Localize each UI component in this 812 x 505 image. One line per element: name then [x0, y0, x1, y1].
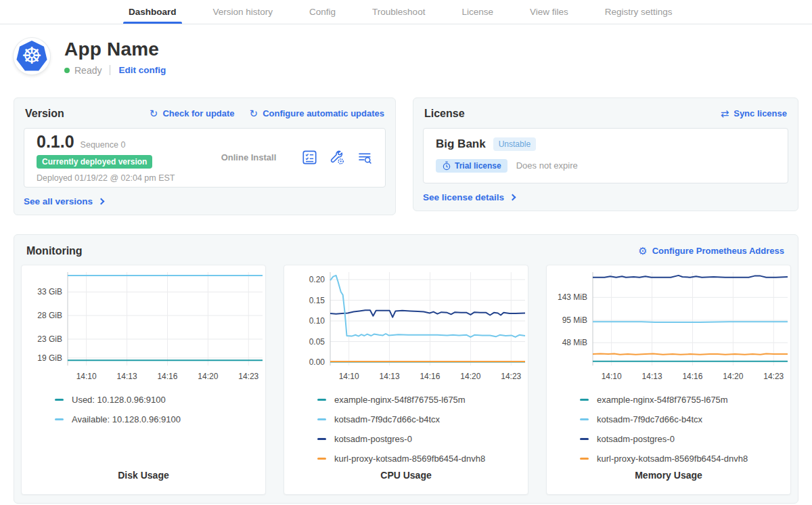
- legend-label: kurl-proxy-kotsadm-8569fb6454-dnvh8: [334, 454, 485, 464]
- memory-usage-plot: 143 MiB95 MiB48 MiB14:1014:1314:1614:201…: [547, 265, 791, 385]
- chevron-right-icon: [510, 194, 516, 200]
- cpu-usage-plot: 0.200.150.100.050.0014:1014:1314:1614:20…: [284, 265, 528, 385]
- legend-dash-icon: [580, 438, 589, 440]
- legend-label: kotsadm-postgres-0: [334, 434, 412, 444]
- license-type-badge: Trial license: [436, 159, 508, 173]
- legend-item: Available: 10.128.0.96:9100: [55, 410, 265, 429]
- legend-item: kotsadm-7f9dc7d66c-b4tcx: [580, 410, 790, 429]
- chart-title: Disk Usage: [22, 470, 265, 494]
- version-card-title: Version: [25, 108, 64, 120]
- chart-title: Memory Usage: [547, 470, 790, 494]
- legend-dash-icon: [317, 438, 326, 440]
- svg-text:0.05: 0.05: [309, 336, 325, 346]
- configure-automatic-updates-label: Configure automatic updates: [263, 108, 384, 118]
- legend-item: Used: 10.128.0.96:9100: [55, 390, 265, 410]
- legend-item: kurl-proxy-kotsadm-8569fb6454-dnvh8: [317, 449, 528, 468]
- tab-registry-settings[interactable]: Registry settings: [600, 0, 678, 24]
- kubernetes-wheel-icon: ☸: [22, 44, 42, 67]
- svg-text:14:10: 14:10: [76, 372, 97, 381]
- legend-label: Used: 10.128.0.96:9100: [72, 395, 166, 405]
- current-version-row: 0.1.0 Sequence 0 Currently deployed vers…: [24, 128, 386, 188]
- preflight-checks-icon[interactable]: [302, 150, 317, 165]
- stopwatch-icon: [442, 161, 451, 171]
- check-for-update-link[interactable]: ↻ Check for update: [150, 108, 235, 118]
- divider: [110, 65, 110, 75]
- configure-automatic-updates-link[interactable]: ↻ Configure automatic updates: [250, 108, 384, 118]
- disk-usage-plot: 33 GiB28 GiB23 GiB19 GiB14:1014:1314:161…: [22, 265, 266, 385]
- nav-tabs: DashboardVersion historyConfigTroublesho…: [110, 0, 812, 24]
- version-number: 0.1.0: [37, 132, 74, 152]
- license-expiry: Does not expire: [516, 160, 578, 171]
- legend-label: example-nginx-54f8f76755-l675m: [597, 395, 728, 405]
- see-license-details-link[interactable]: See license details: [423, 192, 515, 202]
- sync-license-label: Sync license: [734, 108, 787, 118]
- legend-dash-icon: [580, 418, 589, 420]
- svg-text:14:20: 14:20: [198, 372, 218, 381]
- svg-text:0.15: 0.15: [309, 295, 325, 305]
- license-card-title: License: [424, 108, 465, 120]
- configure-prometheus-link[interactable]: ⚙ Configure Prometheus Address: [638, 246, 784, 256]
- app-status: Ready: [74, 65, 102, 76]
- legend-label: kurl-proxy-kotsadm-8569fb6454-dnvh8: [597, 454, 748, 464]
- tab-license[interactable]: License: [456, 0, 499, 24]
- edit-config-values-icon[interactable]: [329, 150, 345, 165]
- legend-label: kotsadm-postgres-0: [597, 434, 675, 444]
- status-dot-icon: [64, 68, 70, 73]
- tab-dashboard[interactable]: Dashboard: [123, 0, 182, 24]
- legend-item: kotsadm-postgres-0: [317, 429, 528, 449]
- disk-usage-legend: Used: 10.128.0.96:9100Available: 10.128.…: [55, 390, 265, 429]
- svg-text:33 GiB: 33 GiB: [37, 287, 62, 297]
- install-type-label: Online Install: [196, 152, 302, 162]
- svg-text:14:10: 14:10: [602, 372, 622, 381]
- deploy-logs-icon[interactable]: [357, 150, 373, 165]
- legend-dash-icon: [317, 418, 326, 420]
- svg-text:14:16: 14:16: [420, 372, 440, 381]
- legend-item: kurl-proxy-kotsadm-8569fb6454-dnvh8: [580, 449, 790, 468]
- tab-troubleshoot[interactable]: Troubleshoot: [367, 0, 430, 24]
- sync-arrows-icon: ⇄: [721, 108, 729, 118]
- edit-config-link[interactable]: Edit config: [118, 65, 166, 75]
- legend-label: kotsadm-7f9dc7d66c-b4tcx: [334, 414, 440, 424]
- channel-badge: Unstable: [493, 137, 536, 151]
- memory-usage-chart-card: 143 MiB95 MiB48 MiB14:1014:1314:1614:201…: [546, 265, 791, 495]
- svg-text:14:16: 14:16: [157, 372, 177, 381]
- top-nav: DashboardVersion historyConfigTroublesho…: [0, 0, 812, 24]
- customer-name: Big Bank: [436, 137, 486, 151]
- svg-text:143 MiB: 143 MiB: [558, 292, 587, 302]
- sync-license-link[interactable]: ⇄ Sync license: [721, 108, 787, 118]
- tab-config[interactable]: Config: [304, 0, 341, 24]
- deployed-status-badge: Currently deployed version: [37, 155, 152, 169]
- version-card: Version ↻ Check for update ↻ Configure a…: [14, 97, 396, 215]
- svg-text:14:23: 14:23: [238, 372, 258, 381]
- memory-usage-legend: example-nginx-54f8f76755-l675mkotsadm-7f…: [580, 390, 790, 468]
- legend-dash-icon: [55, 418, 64, 420]
- tab-view-files[interactable]: View files: [524, 0, 574, 24]
- svg-text:14:10: 14:10: [339, 372, 359, 381]
- svg-text:23 GiB: 23 GiB: [37, 334, 62, 344]
- legend-label: kotsadm-7f9dc7d66c-b4tcx: [597, 414, 702, 424]
- legend-label: Available: 10.128.0.96:9100: [72, 414, 181, 424]
- legend-dash-icon: [580, 399, 589, 401]
- legend-dash-icon: [55, 399, 64, 401]
- legend-dash-icon: [317, 458, 326, 460]
- svg-text:14:20: 14:20: [460, 372, 480, 381]
- svg-text:0.10: 0.10: [309, 316, 325, 326]
- license-card: License ⇄ Sync license Big Bank Unstable: [413, 97, 798, 211]
- svg-text:0.00: 0.00: [309, 357, 325, 367]
- legend-dash-icon: [580, 458, 589, 460]
- monitoring-title: Monitoring: [26, 245, 83, 257]
- legend-label: example-nginx-54f8f76755-l675m: [334, 395, 466, 405]
- refresh-clock-icon: ↻: [250, 108, 258, 118]
- see-all-versions-label: See all versions: [24, 196, 93, 206]
- cpu-usage-chart-card: 0.200.150.100.050.0014:1014:1314:1614:20…: [284, 265, 528, 495]
- tab-version-history[interactable]: Version history: [208, 0, 279, 24]
- svg-text:95 MiB: 95 MiB: [562, 315, 587, 325]
- svg-text:14:13: 14:13: [642, 372, 662, 381]
- cpu-usage-legend: example-nginx-54f8f76755-l675mkotsadm-7f…: [317, 390, 528, 468]
- legend-item: kotsadm-7f9dc7d66c-b4tcx: [317, 410, 528, 429]
- legend-item: example-nginx-54f8f76755-l675m: [317, 390, 528, 410]
- chart-title: CPU Usage: [284, 470, 528, 494]
- see-all-versions-link[interactable]: See all versions: [24, 196, 104, 206]
- svg-text:48 MiB: 48 MiB: [562, 338, 587, 347]
- page-title: App Name: [64, 39, 166, 60]
